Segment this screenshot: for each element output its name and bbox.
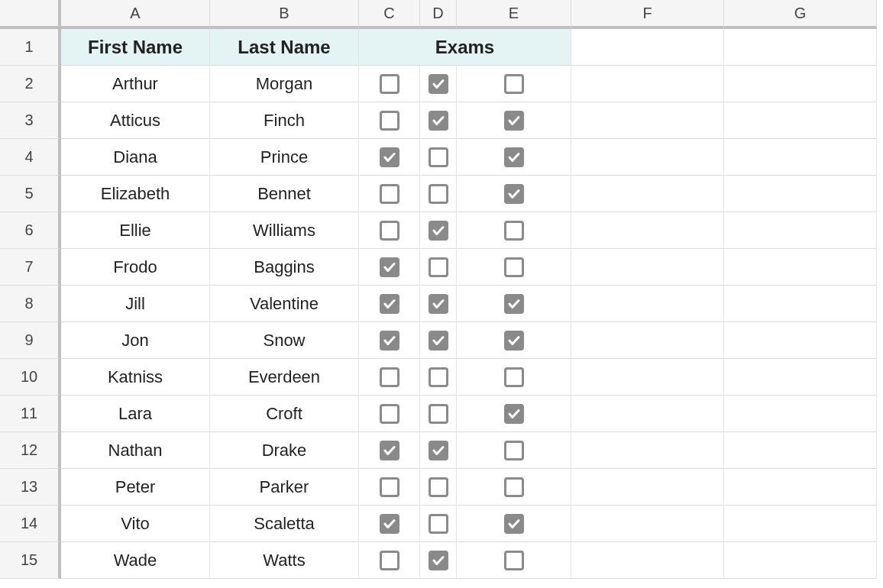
cell-D4[interactable]: [420, 139, 457, 176]
cell-D6[interactable]: [420, 212, 457, 249]
cell-B4[interactable]: Prince: [210, 139, 359, 176]
checkbox-C15[interactable]: [380, 551, 399, 570]
cell-A13[interactable]: Peter: [61, 469, 210, 506]
row-header-9[interactable]: 9: [0, 322, 61, 359]
cell-E11[interactable]: [457, 396, 571, 432]
cell-C14[interactable]: [359, 506, 420, 542]
cell-B14[interactable]: Scaletta: [210, 506, 359, 542]
checkbox-C4[interactable]: [380, 147, 399, 167]
cell-G14[interactable]: [724, 506, 877, 542]
checkbox-C3[interactable]: [380, 111, 399, 131]
cell-G2[interactable]: [724, 66, 877, 102]
cell-G10[interactable]: [724, 359, 877, 396]
checkbox-E8[interactable]: [504, 294, 524, 314]
cell-F1[interactable]: [571, 29, 724, 66]
cell-G7[interactable]: [724, 249, 877, 286]
cell-C12[interactable]: [359, 432, 420, 469]
checkbox-E10[interactable]: [504, 367, 524, 387]
cell-B1[interactable]: Last Name: [210, 29, 359, 66]
checkbox-C12[interactable]: [380, 441, 399, 460]
checkbox-C13[interactable]: [380, 477, 399, 497]
cell-D11[interactable]: [420, 396, 457, 432]
cell-D5[interactable]: [420, 176, 457, 212]
cell-A5[interactable]: Elizabeth: [61, 176, 210, 212]
row-header-4[interactable]: 4: [0, 139, 61, 176]
row-header-13[interactable]: 13: [0, 469, 61, 506]
cell-E7[interactable]: [457, 249, 571, 286]
checkbox-C6[interactable]: [380, 221, 399, 241]
checkbox-D13[interactable]: [429, 477, 448, 497]
cell-D9[interactable]: [420, 322, 457, 359]
cell-E2[interactable]: [457, 66, 571, 102]
checkbox-D11[interactable]: [429, 404, 448, 424]
cell-G6[interactable]: [724, 212, 877, 249]
cell-G4[interactable]: [724, 139, 877, 176]
cell-G13[interactable]: [724, 469, 877, 506]
checkbox-D12[interactable]: [429, 441, 448, 460]
cell-C9[interactable]: [359, 322, 420, 359]
cell-A10[interactable]: Katniss: [61, 359, 210, 396]
cell-G3[interactable]: [724, 102, 877, 139]
cell-G15[interactable]: [724, 542, 877, 579]
checkbox-D9[interactable]: [429, 331, 448, 351]
checkbox-C8[interactable]: [380, 294, 399, 314]
checkbox-D4[interactable]: [429, 147, 448, 167]
cell-F6[interactable]: [571, 212, 724, 249]
row-header-10[interactable]: 10: [0, 359, 61, 396]
cell-A11[interactable]: Lara: [61, 396, 210, 432]
checkbox-D2[interactable]: [429, 74, 448, 94]
cell-B15[interactable]: Watts: [210, 542, 359, 579]
cell-C8[interactable]: [359, 286, 420, 322]
col-header-G[interactable]: G: [724, 0, 877, 29]
cell-F10[interactable]: [571, 359, 724, 396]
checkbox-C2[interactable]: [380, 74, 399, 94]
cell-A8[interactable]: Jill: [61, 286, 210, 322]
cell-F14[interactable]: [571, 506, 724, 542]
checkbox-D3[interactable]: [429, 111, 448, 131]
cell-E4[interactable]: [457, 139, 571, 176]
checkbox-E3[interactable]: [504, 111, 524, 131]
cell-C4[interactable]: [359, 139, 420, 176]
cell-E13[interactable]: [457, 469, 571, 506]
checkbox-E4[interactable]: [504, 147, 524, 167]
row-header-5[interactable]: 5: [0, 176, 61, 212]
cell-B9[interactable]: Snow: [210, 322, 359, 359]
cell-E9[interactable]: [457, 322, 571, 359]
checkbox-C7[interactable]: [380, 257, 399, 277]
cell-G12[interactable]: [724, 432, 877, 469]
cell-exams-header[interactable]: Exams: [359, 29, 571, 66]
row-header-15[interactable]: 15: [0, 542, 61, 579]
checkbox-D8[interactable]: [429, 294, 448, 314]
cell-E6[interactable]: [457, 212, 571, 249]
checkbox-D15[interactable]: [429, 551, 448, 570]
cell-E12[interactable]: [457, 432, 571, 469]
row-header-12[interactable]: 12: [0, 432, 61, 469]
col-header-D[interactable]: D: [420, 0, 457, 29]
cell-D8[interactable]: [420, 286, 457, 322]
checkbox-D6[interactable]: [429, 221, 448, 241]
cell-E8[interactable]: [457, 286, 571, 322]
cell-B2[interactable]: Morgan: [210, 66, 359, 102]
checkbox-D14[interactable]: [429, 514, 448, 534]
cell-E14[interactable]: [457, 506, 571, 542]
cell-C6[interactable]: [359, 212, 420, 249]
cell-D7[interactable]: [420, 249, 457, 286]
cell-F15[interactable]: [571, 542, 724, 579]
cell-G11[interactable]: [724, 396, 877, 432]
checkbox-E5[interactable]: [504, 184, 524, 204]
col-header-E[interactable]: E: [457, 0, 571, 29]
cell-C7[interactable]: [359, 249, 420, 286]
checkbox-E6[interactable]: [504, 221, 524, 241]
checkbox-E12[interactable]: [504, 441, 524, 460]
cell-A4[interactable]: Diana: [61, 139, 210, 176]
checkbox-E13[interactable]: [504, 477, 524, 497]
cell-F8[interactable]: [571, 286, 724, 322]
checkbox-C9[interactable]: [380, 331, 399, 351]
cell-G8[interactable]: [724, 286, 877, 322]
cell-G5[interactable]: [724, 176, 877, 212]
cell-C13[interactable]: [359, 469, 420, 506]
cell-B7[interactable]: Baggins: [210, 249, 359, 286]
cell-A2[interactable]: Arthur: [61, 66, 210, 102]
cell-D14[interactable]: [420, 506, 457, 542]
checkbox-E14[interactable]: [504, 514, 524, 534]
